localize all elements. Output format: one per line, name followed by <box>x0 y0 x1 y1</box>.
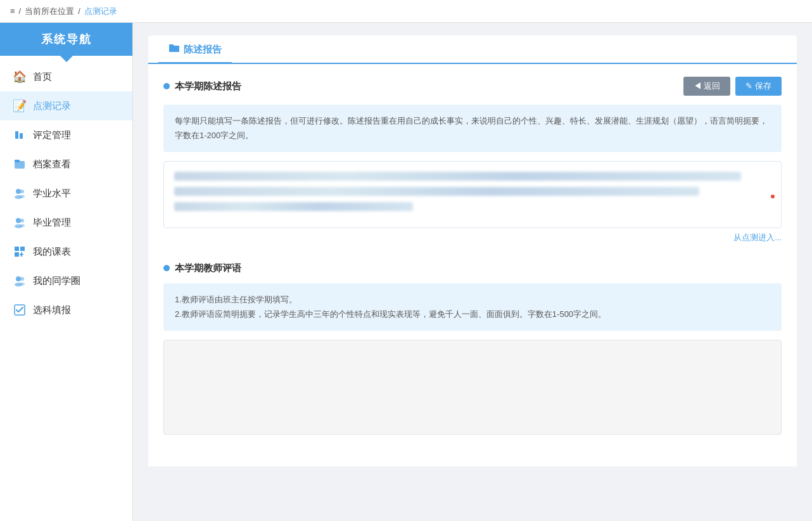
sidebar-item-timetable[interactable]: 我的课表 <box>0 237 132 266</box>
tab-folder-icon <box>168 43 180 56</box>
svg-point-15 <box>16 276 21 281</box>
files-icon <box>13 157 27 171</box>
tab-report[interactable]: 陈述报告 <box>158 35 232 64</box>
sidebar-item-subject[interactable]: 选科填报 <box>0 295 132 325</box>
svg-point-5 <box>20 190 24 193</box>
main-content: 陈述报告 本学期陈述报告 ◀ 返回 ✎ 保存 每学期只能填写一 <box>133 23 812 521</box>
sidebar-label-files: 档案查看 <box>33 158 71 170</box>
report-link[interactable]: 从点测进入... <box>163 232 782 243</box>
report-info-text: 每学期只能填写一条陈述报告，但可进行修改。陈述报告重在用自己的成长事实，来说明自… <box>175 116 768 140</box>
topbar-current[interactable]: 点测记录 <box>84 6 117 17</box>
report-content-box <box>163 161 782 228</box>
svg-rect-12 <box>15 247 19 251</box>
save-button[interactable]: ✎ 保存 <box>735 77 782 96</box>
topbar-sep2: / <box>78 6 80 16</box>
blurred-line-3 <box>174 202 413 211</box>
subject-icon <box>13 303 27 317</box>
topbar-sep1: / <box>19 6 22 16</box>
menu-icon[interactable]: ≡ <box>10 6 15 16</box>
sidebar-label-classmates: 我的同学圈 <box>33 275 80 287</box>
sidebar: 系统导航 🏠 首页 📝 点测记录 评定管理 <box>0 23 133 521</box>
svg-rect-14 <box>15 252 19 257</box>
graduation-icon <box>13 215 27 229</box>
sidebar-item-academic[interactable]: 学业水平 <box>0 179 132 208</box>
blurred-line-2 <box>174 187 699 196</box>
home-icon: 🏠 <box>13 70 27 84</box>
svg-rect-1 <box>20 133 23 139</box>
svg-point-16 <box>20 277 24 281</box>
section-dot <box>163 83 170 89</box>
teacher-title-text: 本学期教师评语 <box>175 262 241 274</box>
svg-point-8 <box>16 218 21 223</box>
tab-label: 陈述报告 <box>184 44 222 56</box>
section-report: 本学期陈述报告 ◀ 返回 ✎ 保存 每学期只能填写一条陈述报告，但可进行修改。陈… <box>163 77 782 243</box>
sidebar-label-rating: 评定管理 <box>33 129 71 141</box>
sidebar-label-timetable: 我的课表 <box>33 246 71 258</box>
teacher-info-box: 1.教师评语由班主任按学期填写。 2.教师评语应简明扼要，记录学生高中三年的个性… <box>163 283 782 331</box>
section-title-text: 本学期陈述报告 <box>175 80 241 93</box>
sidebar-label-graduation: 毕业管理 <box>33 217 71 229</box>
svg-point-18 <box>20 283 25 286</box>
sidebar-label-records: 点测记录 <box>33 100 71 112</box>
red-dot <box>771 195 775 198</box>
tab-bar: 陈述报告 <box>148 35 797 64</box>
section-teacher: 本学期教师评语 1.教师评语由班主任按学期填写。 2.教师评语应简明扼要，记录学… <box>163 262 782 435</box>
sidebar-header: 系统导航 <box>0 23 132 56</box>
sidebar-title: 系统导航 <box>41 32 92 47</box>
records-icon: 📝 <box>13 99 27 113</box>
svg-rect-3 <box>15 160 20 162</box>
layout: 系统导航 🏠 首页 📝 点测记录 评定管理 <box>0 23 812 521</box>
svg-rect-0 <box>15 131 18 139</box>
section-report-header: 本学期陈述报告 ◀ 返回 ✎ 保存 <box>163 77 782 96</box>
sidebar-item-graduation[interactable]: 毕业管理 <box>0 208 132 237</box>
svg-point-9 <box>20 219 24 222</box>
classmates-icon <box>13 274 27 288</box>
section-teacher-title: 本学期教师评语 <box>163 262 241 274</box>
sidebar-label-home: 首页 <box>33 71 52 83</box>
academic-icon <box>13 186 27 200</box>
rating-icon <box>13 128 27 142</box>
teacher-dot <box>163 265 170 271</box>
back-button[interactable]: ◀ 返回 <box>683 77 731 96</box>
blurred-line-1 <box>174 172 741 181</box>
teacher-info-line2: 2.教师评语应简明扼要，记录学生高中三年的个性特点和现实表现等，避免千人一面、面… <box>175 307 770 321</box>
sidebar-item-files[interactable]: 档案查看 <box>0 150 132 179</box>
topbar-link[interactable]: 当前所在位置 <box>25 6 74 17</box>
sidebar-item-records[interactable]: 📝 点测记录 <box>0 91 132 120</box>
svg-rect-13 <box>20 247 25 251</box>
section-teacher-header: 本学期教师评语 <box>163 262 782 274</box>
report-btn-group: ◀ 返回 ✎ 保存 <box>683 77 782 96</box>
sidebar-item-classmates[interactable]: 我的同学圈 <box>0 266 132 295</box>
report-info-box: 每学期只能填写一条陈述报告，但可进行修改。陈述报告重在用自己的成长事实，来说明自… <box>163 105 782 152</box>
teacher-comment-area <box>163 340 782 435</box>
sidebar-item-rating[interactable]: 评定管理 <box>0 120 132 150</box>
section-report-title: 本学期陈述报告 <box>163 80 241 93</box>
sidebar-label-academic: 学业水平 <box>33 188 71 200</box>
sidebar-nav: 🏠 首页 📝 点测记录 评定管理 <box>0 62 132 325</box>
teacher-info-line1: 1.教师评语由班主任按学期填写。 <box>175 292 770 307</box>
timetable-icon <box>13 245 27 259</box>
sidebar-item-home[interactable]: 🏠 首页 <box>0 62 132 91</box>
svg-point-7 <box>20 195 25 198</box>
sidebar-label-subject: 选科填报 <box>33 304 71 316</box>
topbar: ≡ / 当前所在位置 / 点测记录 <box>0 0 812 23</box>
content-area: 本学期陈述报告 ◀ 返回 ✎ 保存 每学期只能填写一条陈述报告，但可进行修改。陈… <box>148 64 797 466</box>
svg-point-11 <box>20 224 25 228</box>
svg-point-4 <box>16 189 21 194</box>
